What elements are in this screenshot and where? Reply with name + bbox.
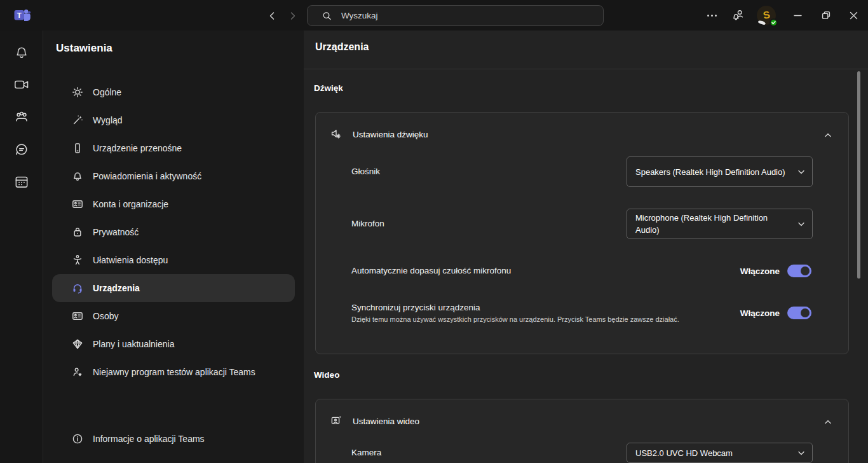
profile-notifications-button[interactable]: [728, 6, 749, 24]
avatar[interactable]: S: [757, 6, 776, 25]
page-title: Urządzenia: [315, 41, 369, 53]
rail-calendar-button[interactable]: [13, 174, 30, 190]
forward-button[interactable]: [285, 8, 301, 24]
sidebar-item-label: Ogólne: [93, 87, 121, 97]
rail-activity-button[interactable]: [13, 44, 30, 60]
speaker-dropdown[interactable]: Speakers (Realtek High Definition Audio): [627, 156, 813, 187]
gear-icon: [71, 86, 84, 99]
sidebar-item-general[interactable]: Ogólne: [52, 78, 295, 106]
audio-collapse-button[interactable]: [819, 128, 837, 143]
camera-dropdown[interactable]: USB2.0 UVC HD Webcam: [627, 443, 813, 463]
restore-button[interactable]: [815, 6, 837, 24]
video-section-heading: Wideo: [314, 370, 339, 380]
bell-icon: [13, 44, 30, 60]
settings-sidebar: Ustawienia Ogólne Wyg: [43, 31, 304, 463]
sidebar-title: Ustawienia: [56, 42, 112, 55]
rail-chat-button[interactable]: [13, 141, 30, 158]
auto-gain-toggle[interactable]: [787, 265, 811, 277]
video-camera-icon: [13, 76, 30, 93]
lock-icon: [71, 226, 84, 238]
sync-buttons-toggle[interactable]: [787, 307, 811, 319]
video-settings-card: Ustawienia wideo Kamera USB2.0 UVC HD We…: [315, 399, 849, 463]
teams-logo[interactable]: T: [13, 6, 31, 24]
chevron-down-icon: [797, 449, 805, 457]
sync-buttons-label: Synchronizuj przyciski urządzenia: [351, 301, 480, 314]
toggle-knob: [801, 266, 810, 275]
microphone-label: Mikrofon: [351, 218, 384, 230]
calendar-icon: [13, 174, 30, 190]
sidebar-item-label: Niejawny program testów aplikacji Teams: [93, 367, 255, 377]
toggle-knob: [801, 308, 810, 317]
bell-icon: [71, 170, 84, 183]
ellipsis-icon: [707, 15, 717, 17]
sidebar-item-accessibility[interactable]: Ułatwienia dostępu: [52, 246, 295, 274]
info-icon: [71, 432, 84, 445]
sidebar-item-insider-program[interactable]: Niejawny program testów aplikacji Teams: [52, 358, 295, 386]
sidebar-item-label: Urządzenia: [93, 283, 140, 293]
search-icon: [322, 11, 332, 21]
more-options-button[interactable]: [703, 8, 721, 23]
teams-window: T S: [0, 0, 868, 463]
chevron-up-icon: [824, 418, 832, 426]
sidebar-item-privacy[interactable]: Prywatność: [52, 218, 295, 246]
audio-section-heading: Dźwięk: [314, 83, 343, 93]
magic-wand-icon: [71, 114, 84, 127]
app-rail: [0, 31, 43, 463]
sidebar-item-appearance[interactable]: Wygląd: [52, 106, 295, 134]
id-card-icon: [71, 198, 84, 211]
rail-meetings-button[interactable]: [13, 76, 30, 93]
camera-dropdown-value: USB2.0 UVC HD Webcam: [635, 447, 733, 459]
sidebar-item-devices[interactable]: Urządzenia: [52, 274, 295, 302]
sidebar-item-plans[interactable]: Plany i uaktualnienia: [52, 330, 295, 358]
sidebar-item-label: Wygląd: [93, 115, 123, 125]
checkmark-icon: [771, 20, 776, 25]
teams-logo-icon: T: [13, 6, 31, 24]
person-alert-icon: [731, 8, 746, 23]
diamond-icon: [71, 338, 84, 350]
back-button[interactable]: [264, 8, 280, 24]
microphone-dropdown-value: Microphone (Realtek High Definition Audi…: [635, 212, 789, 236]
close-icon: [850, 11, 858, 20]
headset-icon: [71, 282, 84, 294]
speaker-settings-icon: [330, 127, 342, 140]
id-card-icon: [71, 310, 84, 322]
audio-settings-card: Ustawienia dźwięku Głośnik Speakers (Rea…: [315, 112, 849, 354]
sync-buttons-description: Dzięki temu można używać wszystkich przy…: [351, 315, 745, 324]
titlebar: T S: [0, 0, 868, 31]
chevron-up-icon: [824, 132, 832, 139]
sidebar-item-label: Prywatność: [93, 227, 139, 237]
sidebar-item-label: Osoby: [93, 311, 118, 321]
sidebar-item-accounts[interactable]: Konta i organizacje: [52, 190, 295, 218]
sidebar-item-notifications[interactable]: Powiadomienia i aktywność: [52, 162, 295, 190]
minimize-button[interactable]: [786, 6, 809, 24]
auto-gain-toggle-group: Włączone: [740, 265, 811, 277]
header-divider: [304, 69, 868, 69]
video-collapse-button[interactable]: [819, 415, 837, 430]
video-settings-icon: [330, 414, 342, 427]
sidebar-item-about[interactable]: Informacje o aplikacji Teams: [52, 425, 295, 453]
search-box[interactable]: [307, 5, 604, 26]
vertical-scrollbar[interactable]: [857, 71, 860, 279]
settings-content: Urządzenia Dźwięk Ustawienia dźwięku Gło…: [304, 31, 868, 463]
close-button[interactable]: [842, 6, 865, 24]
sidebar-item-label: Ułatwienia dostępu: [93, 255, 168, 265]
chevron-down-icon: [797, 168, 805, 176]
speaker-dropdown-value: Speakers (Realtek High Definition Audio): [635, 166, 785, 178]
sidebar-item-label: Konta i organizacje: [93, 199, 168, 209]
sidebar-item-label: Plany i uaktualnienia: [93, 339, 174, 349]
sidebar-item-label: Powiadomienia i aktywność: [93, 171, 201, 181]
camera-label: Kamera: [351, 446, 381, 459]
sidebar-item-mobile-device[interactable]: Urządzenie przenośne: [52, 134, 295, 162]
sidebar-item-people[interactable]: Osoby: [52, 302, 295, 330]
people-group-icon: [13, 109, 30, 125]
smartphone-icon: [71, 142, 84, 155]
video-card-title: Ustawienia wideo: [353, 415, 419, 428]
restore-icon: [822, 11, 831, 20]
rail-communities-button[interactable]: [13, 109, 30, 125]
chevron-left-icon: [268, 11, 276, 20]
avatar-letter: S: [762, 9, 771, 22]
settings-nav: Ogólne Wygląd Urządzenie przenośne: [52, 78, 295, 386]
microphone-dropdown[interactable]: Microphone (Realtek High Definition Audi…: [627, 209, 813, 239]
search-input[interactable]: [341, 11, 595, 20]
chevron-down-icon: [797, 220, 805, 228]
